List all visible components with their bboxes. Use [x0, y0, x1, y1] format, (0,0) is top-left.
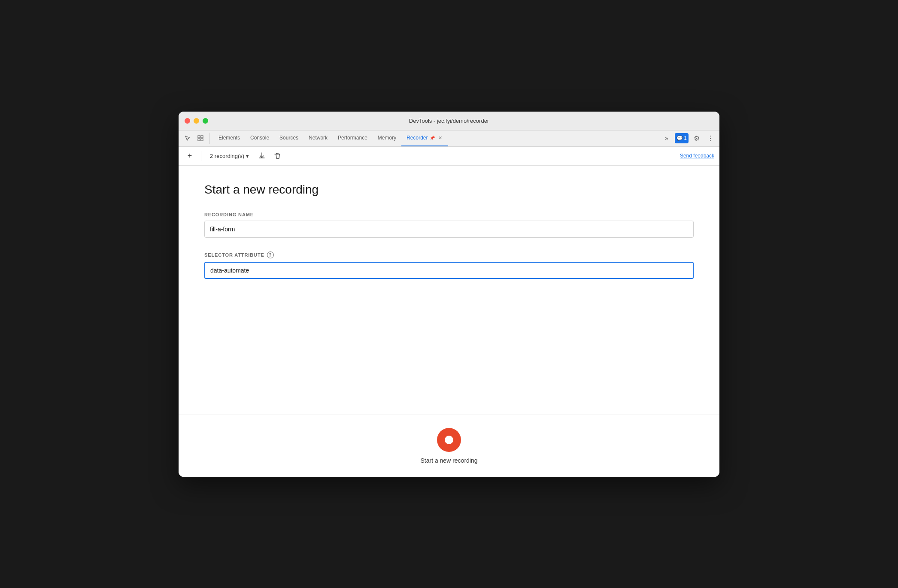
cursor-icon-button[interactable] — [182, 133, 193, 144]
start-recording-button[interactable] — [437, 428, 461, 452]
recorder-toolbar: + 2 recording(s) ▾ Send feedback — [179, 147, 719, 166]
chat-icon: 💬 — [677, 135, 683, 141]
svg-rect-1 — [201, 136, 203, 138]
recording-name-group: RECORDING NAME — [204, 212, 694, 238]
main-content: Start a new recording RECORDING NAME SEL… — [179, 166, 719, 415]
record-area: Start a new recording — [179, 415, 719, 477]
plus-icon: + — [188, 152, 192, 161]
window-title: DevTools - jec.fyi/demo/recorder — [409, 118, 489, 124]
close-button[interactable] — [185, 118, 190, 124]
settings-button[interactable]: ⚙ — [691, 133, 702, 144]
recorder-close-icon[interactable]: ✕ — [437, 134, 443, 142]
tab-performance[interactable]: Performance — [333, 130, 373, 146]
svg-rect-2 — [198, 139, 200, 141]
more-options-button[interactable]: ⋮ — [705, 133, 716, 144]
maximize-button[interactable] — [203, 118, 208, 124]
help-icon[interactable]: ? — [267, 252, 274, 258]
export-button[interactable] — [256, 150, 268, 162]
record-button-inner-circle — [445, 436, 453, 444]
title-bar: DevTools - jec.fyi/demo/recorder — [179, 112, 719, 130]
tab-console[interactable]: Console — [245, 130, 274, 146]
recordings-selector[interactable]: 2 recording(s) ▾ — [206, 151, 252, 161]
selector-attribute-input[interactable] — [204, 262, 694, 279]
chevron-down-icon: ▾ — [246, 153, 249, 159]
inspect-icon-button[interactable] — [195, 133, 206, 144]
notification-button[interactable]: 💬 1 — [675, 133, 689, 143]
recording-name-label: RECORDING NAME — [204, 212, 694, 217]
recording-name-input[interactable] — [204, 221, 694, 238]
download-icon — [258, 152, 266, 160]
trash-icon — [273, 152, 281, 160]
svg-rect-3 — [201, 139, 203, 141]
record-button-label: Start a new recording — [420, 457, 477, 464]
devtools-window: DevTools - jec.fyi/demo/recorder Element… — [179, 112, 719, 477]
add-recording-button[interactable]: + — [184, 150, 196, 162]
delete-button[interactable] — [271, 150, 283, 162]
tab-icon-group — [182, 133, 210, 144]
svg-rect-0 — [198, 136, 200, 138]
page-title: Start a new recording — [204, 183, 694, 197]
traffic-lights — [185, 118, 208, 124]
minimize-button[interactable] — [194, 118, 199, 124]
tab-network[interactable]: Network — [303, 130, 333, 146]
tab-sources[interactable]: Sources — [274, 130, 303, 146]
more-tabs-button[interactable]: » — [661, 133, 672, 144]
selector-attribute-label: SELECTOR ATTRIBUTE ? — [204, 252, 694, 258]
toolbar-divider — [201, 151, 201, 161]
recordings-count-label: 2 recording(s) — [210, 153, 244, 159]
selector-attribute-group: SELECTOR ATTRIBUTE ? — [204, 252, 694, 279]
tabs-right-group: » 💬 1 ⚙ ⋮ — [661, 133, 716, 144]
send-feedback-link[interactable]: Send feedback — [680, 153, 714, 159]
devtools-tabs: Elements Console Sources Network Perform… — [179, 130, 719, 147]
tab-recorder[interactable]: Recorder 📌 ✕ — [401, 130, 448, 146]
tab-elements[interactable]: Elements — [213, 130, 245, 146]
notification-count: 1 — [684, 135, 687, 141]
tab-memory[interactable]: Memory — [373, 130, 401, 146]
recorder-pin-icon: 📌 — [430, 136, 435, 140]
